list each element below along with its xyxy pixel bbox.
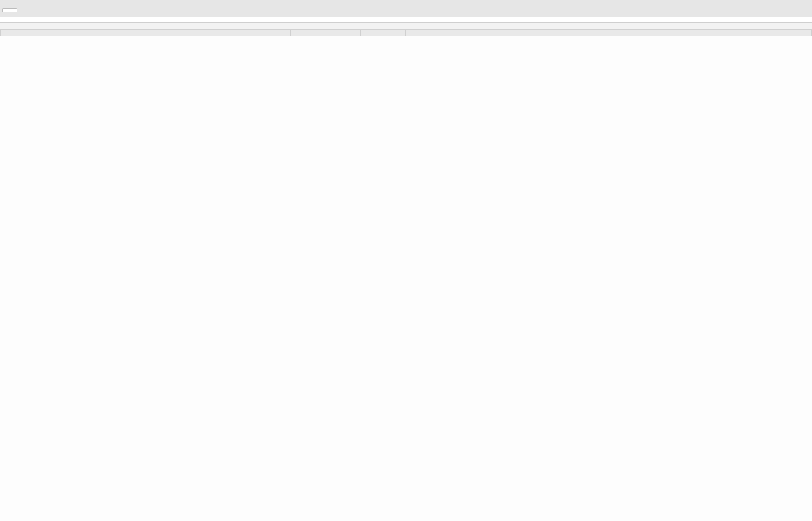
col-name[interactable] — [1, 30, 291, 36]
file-tab[interactable] — [2, 8, 17, 12]
col-comment[interactable] — [551, 30, 812, 36]
col-color[interactable] — [516, 30, 551, 36]
col-start[interactable] — [361, 30, 406, 36]
col-type[interactable] — [456, 30, 516, 36]
template-results-table[interactable] — [0, 29, 812, 36]
hex-editor[interactable] — [0, 17, 812, 22]
col-size[interactable] — [406, 30, 456, 36]
template-results-title — [0, 22, 812, 29]
col-value[interactable] — [291, 30, 361, 36]
table-header-row — [1, 30, 812, 36]
tab-bar — [0, 0, 812, 17]
